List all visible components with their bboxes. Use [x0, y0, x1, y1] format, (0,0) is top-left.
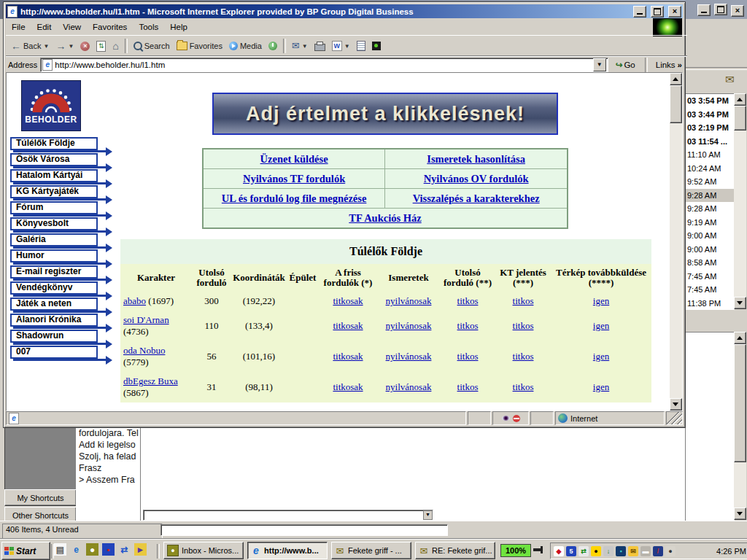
- message-received-time[interactable]: 9:52 AM: [685, 175, 735, 189]
- menu-item[interactable]: File: [6, 20, 31, 34]
- last-turn-link[interactable]: titkos: [457, 381, 479, 392]
- tray-icon[interactable]: ↓: [603, 546, 614, 556]
- knowledge-link[interactable]: nyilvánosak: [386, 320, 432, 331]
- message-received-time[interactable]: 11:38 PM: [685, 297, 735, 311]
- message-received-time[interactable]: 9:00 AM: [685, 229, 735, 243]
- ie-titlebar[interactable]: e http://www.beholder.hu/l1.htm - Micros…: [6, 4, 683, 18]
- message-received-time[interactable]: 7:45 AM: [685, 270, 735, 284]
- task-button[interactable]: ●Inbox - Micros...: [163, 542, 244, 559]
- scrollbar-thumb[interactable]: [734, 344, 746, 462]
- last-turn-link[interactable]: titkos: [457, 295, 479, 306]
- quick-link[interactable]: Üzenet küldése: [260, 153, 328, 165]
- quick-link[interactable]: UL és forduló log file megnézése: [222, 192, 367, 204]
- message-received-time[interactable]: 03 3:54 PM: [685, 94, 735, 108]
- nav-button[interactable]: Hatalom Kártyái: [10, 169, 98, 182]
- tray-icon[interactable]: ◆: [554, 546, 564, 556]
- dropdown-arrow-icon[interactable]: ▼: [423, 510, 433, 520]
- nav-button[interactable]: Vendégkönyv: [10, 281, 98, 295]
- edit-in-word-button[interactable]: W▼: [329, 39, 353, 52]
- messenger-button[interactable]: [369, 40, 384, 52]
- outlook-minimize-button[interactable]: [697, 4, 711, 16]
- scrollbar-thumb[interactable]: [670, 85, 682, 123]
- knowledge-link[interactable]: nyilvánosak: [386, 381, 432, 392]
- tray-icon[interactable]: ▬: [640, 546, 651, 556]
- nav-button[interactable]: E-mail regiszter: [10, 265, 98, 279]
- forward-button[interactable]: →▼: [53, 41, 77, 51]
- nav-button[interactable]: Ősök Városa: [10, 153, 98, 166]
- outlook-restore-button[interactable]: [714, 4, 727, 15]
- minimize-button[interactable]: [633, 6, 646, 18]
- nav-button[interactable]: Alanori Krónika: [10, 314, 98, 327]
- tray-icon[interactable]: ●: [591, 546, 601, 556]
- task-button[interactable]: ✉RE: Fekete grif...: [415, 542, 495, 559]
- quick-link[interactable]: TF Aukciós Ház: [349, 212, 421, 224]
- map-forward-link[interactable]: igen: [593, 351, 609, 362]
- map-forward-link[interactable]: igen: [593, 320, 609, 331]
- message-received-time[interactable]: 9:19 AM: [685, 216, 735, 230]
- start-button[interactable]: Start: [1, 542, 50, 560]
- page-scrollbar[interactable]: [670, 73, 682, 411]
- fresh-turns-link[interactable]: titkosak: [333, 381, 363, 392]
- kt-report-link[interactable]: titkos: [513, 351, 534, 362]
- map-forward-link[interactable]: igen: [593, 381, 609, 392]
- nav-button[interactable]: Fórum: [10, 201, 98, 214]
- address-input[interactable]: [55, 61, 590, 69]
- message-list-scrollbar[interactable]: [734, 93, 746, 309]
- refresh-button[interactable]: ⇅: [93, 39, 109, 53]
- task-button[interactable]: ehttp://www.b...: [247, 542, 328, 559]
- go-button[interactable]: ↪Go: [611, 58, 640, 71]
- home-button[interactable]: ⌂: [109, 40, 121, 52]
- last-turn-link[interactable]: titkos: [457, 351, 479, 362]
- edit-dropdown-icon[interactable]: ▼: [344, 43, 350, 50]
- reading-pane-bottom-strip[interactable]: ▼: [143, 510, 433, 521]
- scroll-up-icon[interactable]: [734, 332, 746, 344]
- message-received-time[interactable]: 03 2:19 PM: [685, 121, 735, 135]
- send-receive-mail-icon[interactable]: ✉: [725, 73, 735, 86]
- character-link[interactable]: oda Nobuo: [123, 345, 165, 356]
- maximize-button[interactable]: [651, 6, 664, 18]
- menu-item[interactable]: Help: [164, 20, 193, 34]
- quick-link[interactable]: Nyilvános TF fordulók: [243, 173, 345, 184]
- tray-icon[interactable]: ✉: [628, 546, 638, 556]
- message-received-time[interactable]: 9:28 AM: [685, 189, 735, 203]
- back-button[interactable]: ←Back▼: [8, 40, 52, 52]
- last-turn-link[interactable]: titkos: [457, 320, 479, 331]
- message-received-time[interactable]: 9:28 AM: [685, 202, 735, 216]
- message-received-time[interactable]: 03 11:54 ...: [685, 135, 735, 149]
- nav-button[interactable]: Galéria: [10, 233, 98, 246]
- quick-link[interactable]: Visszalépés a karakterekhez: [413, 192, 540, 204]
- stop-button[interactable]: ×: [77, 40, 93, 52]
- shortcut-group-button[interactable]: My Shortcuts: [4, 489, 77, 506]
- mail-dropdown-icon[interactable]: ▼: [302, 43, 308, 50]
- nav-button[interactable]: Játék a neten: [10, 298, 98, 311]
- scroll-down-icon[interactable]: [734, 297, 746, 309]
- quick-launch-icon[interactable]: ▪: [102, 543, 115, 556]
- kt-report-link[interactable]: titkos: [513, 320, 534, 331]
- menu-item[interactable]: View: [57, 20, 87, 34]
- message-received-time[interactable]: 8:58 AM: [685, 256, 735, 270]
- fresh-turns-link[interactable]: titkosak: [333, 295, 363, 306]
- knowledge-link[interactable]: nyilvánosak: [386, 295, 432, 306]
- fresh-turns-link[interactable]: titkosak: [333, 351, 363, 362]
- nav-button[interactable]: Túlélők Földje: [10, 137, 98, 150]
- links-button[interactable]: Links»: [653, 59, 685, 71]
- resize-grip[interactable]: [666, 411, 683, 425]
- kt-report-link[interactable]: titkos: [513, 295, 534, 306]
- kt-report-link[interactable]: titkos: [513, 381, 534, 392]
- print-button[interactable]: [311, 40, 328, 52]
- outlook-close-button[interactable]: ×: [731, 5, 744, 17]
- quick-launch-icon[interactable]: ⇄: [118, 543, 131, 556]
- media-button[interactable]: Media: [226, 40, 265, 52]
- nav-button[interactable]: Shadowrun: [10, 330, 98, 343]
- tray-icon[interactable]: 5: [566, 546, 576, 556]
- menu-item[interactable]: Edit: [31, 20, 58, 34]
- beholder-logo[interactable]: BEHOLDER: [21, 80, 81, 131]
- nav-button[interactable]: KG Kártyajáték: [10, 185, 98, 198]
- nav-button[interactable]: Humor: [10, 249, 98, 262]
- quick-launch-icon[interactable]: e: [70, 543, 82, 556]
- menu-item[interactable]: Tools: [133, 20, 164, 34]
- quick-launch-icon[interactable]: ●: [86, 543, 98, 556]
- map-forward-link[interactable]: igen: [593, 295, 609, 306]
- tray-icon[interactable]: ●: [665, 546, 676, 556]
- tray-icon[interactable]: ⇄: [578, 546, 589, 556]
